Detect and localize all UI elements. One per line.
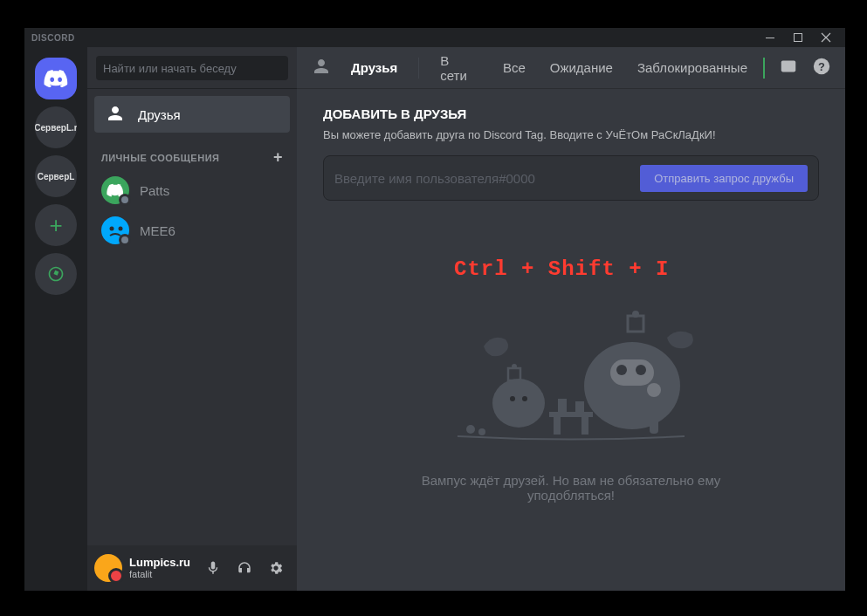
dm-name: MEE6 xyxy=(140,223,175,238)
svg-point-26 xyxy=(478,428,485,435)
svg-point-15 xyxy=(492,379,545,428)
svg-point-10 xyxy=(636,365,646,375)
svg-rect-22 xyxy=(581,417,588,435)
hotkey-annotation: Ctrl + Shift + I xyxy=(454,257,669,281)
svg-text:?: ? xyxy=(818,59,825,72)
dm-item[interactable]: MEE6 xyxy=(94,212,290,249)
new-dm-button[interactable]: + xyxy=(273,148,283,167)
svg-point-3 xyxy=(119,227,123,231)
svg-point-9 xyxy=(616,365,627,375)
svg-point-14 xyxy=(647,383,661,397)
tab-blocked[interactable]: Заблокированные xyxy=(629,58,756,77)
app-title: DISCORD xyxy=(31,33,75,43)
app-body: СерверL.r СерверL + Друзья ЛИЧНЫЕ СООБЩЕ… xyxy=(24,47,845,591)
explore-button[interactable] xyxy=(35,253,77,295)
svg-rect-1 xyxy=(795,34,802,42)
dm-column: Друзья ЛИЧНЫЕ СООБЩЕНИЯ + Patts MEE6 xyxy=(87,47,297,591)
user-status: fatalit xyxy=(129,569,190,580)
avatar xyxy=(101,176,129,204)
dm-item[interactable]: Patts xyxy=(94,172,290,209)
main-area: Друзья В сети Все Ожидание Заблокированн… xyxy=(297,47,845,591)
user-panel: Lumpics.ru fatalit xyxy=(87,545,297,591)
svg-rect-8 xyxy=(610,359,654,386)
svg-rect-21 xyxy=(554,417,561,435)
home-button[interactable] xyxy=(35,58,77,99)
tab-pending[interactable]: Ожидание xyxy=(541,58,622,77)
content: ДОБАВИТЬ В ДРУЗЬЯ Вы можете добавить дру… xyxy=(297,89,845,591)
dm-header: ЛИЧНЫЕ СООБЩЕНИЯ + xyxy=(87,133,297,170)
svg-rect-24 xyxy=(575,401,584,412)
empty-state-text: Вампус ждёт друзей. Но вам не обязательн… xyxy=(405,473,737,503)
add-friend-input[interactable] xyxy=(334,171,640,186)
new-group-dm-icon[interactable] xyxy=(779,57,798,79)
topbar: Друзья В сети Все Ожидание Заблокированн… xyxy=(297,47,845,89)
svg-rect-13 xyxy=(650,394,658,434)
svg-point-25 xyxy=(466,425,475,434)
add-friend-row: Отправить запрос дружбы xyxy=(323,155,819,201)
svg-point-2 xyxy=(110,227,114,231)
add-friend-desc: Вы можете добавить друга по Discord Tag.… xyxy=(323,128,819,141)
friends-nav[interactable]: Друзья xyxy=(94,96,290,133)
status-icon xyxy=(119,194,131,206)
svg-rect-23 xyxy=(558,399,567,412)
titlebar: DISCORD xyxy=(24,28,845,47)
avatar xyxy=(101,216,129,244)
svg-rect-18 xyxy=(508,368,520,380)
tab-all[interactable]: Все xyxy=(494,58,534,77)
dm-name: Patts xyxy=(140,183,169,198)
minimize-button[interactable] xyxy=(758,28,782,47)
topbar-right: ? xyxy=(763,57,831,79)
send-request-button[interactable]: Отправить запрос дружбы xyxy=(640,165,808,192)
window-controls xyxy=(758,28,838,47)
wumpus-illustration xyxy=(414,272,728,447)
svg-point-17 xyxy=(522,396,527,401)
add-friend-indicator xyxy=(763,58,765,79)
server-item-2[interactable]: СерверL xyxy=(35,155,77,197)
maximize-button[interactable] xyxy=(786,28,810,47)
svg-rect-0 xyxy=(766,38,774,38)
friends-label: Друзья xyxy=(138,107,181,122)
divider xyxy=(418,58,419,79)
settings-button[interactable] xyxy=(262,554,290,582)
tab-online[interactable]: В сети xyxy=(431,51,487,85)
server-item-1[interactable]: СерверL.r xyxy=(35,106,77,148)
discord-window: DISCORD СерверL.r СерверL + xyxy=(24,28,845,591)
svg-point-12 xyxy=(632,311,639,318)
search-input[interactable] xyxy=(96,56,288,80)
friends-icon xyxy=(311,56,332,80)
server-rail: СерверL.r СерверL + xyxy=(24,47,87,591)
user-controls xyxy=(199,554,290,582)
close-button[interactable] xyxy=(814,28,838,47)
user-info: Lumpics.ru fatalit xyxy=(129,556,190,581)
tab-friends[interactable]: Друзья xyxy=(342,58,406,77)
svg-point-16 xyxy=(510,396,515,401)
svg-rect-11 xyxy=(628,316,643,332)
search-wrap xyxy=(87,47,297,89)
add-friend-title: ДОБАВИТЬ В ДРУЗЬЯ xyxy=(323,106,819,121)
add-server-button[interactable]: + xyxy=(35,204,77,246)
svg-rect-20 xyxy=(549,412,593,417)
dm-header-label: ЛИЧНЫЕ СООБЩЕНИЯ xyxy=(101,153,219,163)
user-name: Lumpics.ru xyxy=(129,556,190,570)
deafen-button[interactable] xyxy=(231,554,258,582)
svg-point-19 xyxy=(512,364,517,369)
svg-rect-4 xyxy=(781,60,796,72)
user-avatar[interactable] xyxy=(94,554,122,582)
status-icon xyxy=(119,234,131,246)
help-icon[interactable]: ? xyxy=(812,57,831,79)
mute-button[interactable] xyxy=(199,554,227,582)
friends-icon xyxy=(105,103,126,127)
